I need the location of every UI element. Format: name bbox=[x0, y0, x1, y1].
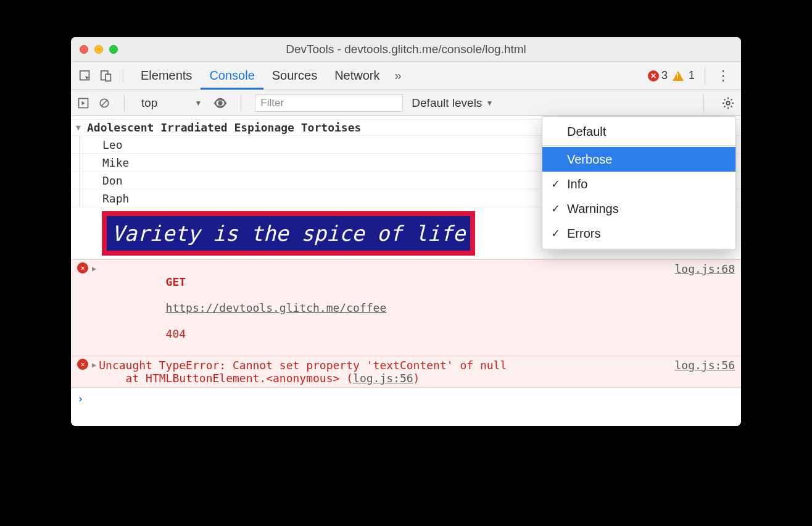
svg-line-5 bbox=[101, 100, 107, 106]
svg-point-8 bbox=[726, 101, 730, 105]
chevron-down-icon: ▼ bbox=[486, 99, 493, 107]
device-toggle-icon[interactable] bbox=[99, 69, 113, 83]
devtools-menu-icon[interactable]: ⋮ bbox=[710, 68, 736, 84]
error-count-badge[interactable]: ✕ 3 bbox=[648, 69, 668, 82]
prompt-chevron-icon: › bbox=[77, 392, 84, 405]
error-message: Uncaught TypeError: Cannot set property … bbox=[99, 359, 668, 385]
source-link[interactable]: log.js:68 bbox=[674, 262, 735, 275]
styled-log-text: Variety is the spice of life bbox=[112, 221, 465, 246]
console-error-row[interactable]: ✕ ▶ Uncaught TypeError: Cannot set prope… bbox=[71, 356, 741, 388]
context-value: top bbox=[141, 96, 157, 110]
chevron-down-icon: ▼ bbox=[194, 99, 202, 107]
window-title: DevTools - devtools.glitch.me/console/lo… bbox=[71, 43, 741, 56]
toggle-sidebar-icon[interactable] bbox=[77, 97, 89, 109]
divider bbox=[703, 94, 704, 112]
console-prompt[interactable]: › bbox=[71, 388, 741, 409]
error-icon: ✕ bbox=[648, 70, 659, 81]
dropdown-item-errors[interactable]: ✓ Errors bbox=[542, 221, 735, 246]
error-message: GET https://devtools.glitch.me/coffee 40… bbox=[99, 262, 668, 353]
dropdown-separator bbox=[542, 145, 735, 146]
live-expression-icon[interactable] bbox=[213, 96, 227, 110]
log-level-selector[interactable]: Default levels ▼ bbox=[412, 96, 493, 110]
traffic-lights bbox=[80, 45, 118, 54]
tab-network[interactable]: Network bbox=[326, 62, 388, 90]
tab-console[interactable]: Console bbox=[201, 62, 263, 90]
more-tabs-icon[interactable]: » bbox=[389, 69, 408, 83]
dropdown-item-info[interactable]: ✓ Info bbox=[542, 172, 735, 196]
dropdown-item-default[interactable]: Default bbox=[542, 119, 735, 144]
devtools-tabbar: Elements Console Sources Network » ✕ 3 1… bbox=[71, 62, 741, 90]
svg-point-6 bbox=[218, 101, 223, 105]
dropdown-item-verbose[interactable]: Verbose bbox=[542, 147, 735, 172]
divider bbox=[241, 94, 241, 112]
console-group-title: Adolescent Irradiated Espionage Tortoise… bbox=[87, 121, 361, 134]
devtools-window: DevTools - devtools.glitch.me/console/lo… bbox=[71, 37, 741, 426]
dropdown-item-warnings[interactable]: ✓ Warnings bbox=[542, 196, 735, 221]
console-error-row[interactable]: ✕ ▶ GET https://devtools.glitch.me/coffe… bbox=[71, 259, 741, 356]
check-icon: ✓ bbox=[551, 177, 567, 191]
inspect-element-icon[interactable] bbox=[78, 69, 92, 83]
context-selector[interactable]: top ▼ bbox=[138, 94, 205, 112]
source-link[interactable]: log.js:56 bbox=[674, 359, 735, 372]
check-icon: ✓ bbox=[551, 227, 567, 240]
error-count: 3 bbox=[661, 69, 668, 82]
check-icon: ✓ bbox=[551, 202, 567, 215]
svg-rect-2 bbox=[106, 74, 110, 81]
tab-elements[interactable]: Elements bbox=[132, 62, 201, 90]
svg-rect-0 bbox=[80, 70, 89, 80]
expand-arrow-icon[interactable]: ▶ bbox=[92, 264, 96, 273]
divider bbox=[705, 67, 705, 85]
styled-log-message: Variety is the spice of life bbox=[102, 211, 475, 256]
minimize-window-button[interactable] bbox=[94, 45, 103, 54]
console-toolbar: top ▼ Filter Default levels ▼ bbox=[71, 90, 741, 116]
warning-count: 1 bbox=[689, 69, 695, 82]
warning-count-badge[interactable]: 1 bbox=[673, 69, 695, 82]
disclosure-triangle-icon[interactable]: ▼ bbox=[76, 123, 85, 132]
filter-input[interactable]: Filter bbox=[255, 94, 403, 112]
log-level-dropdown: Default Verbose ✓ Info ✓ Warnings ✓ Erro… bbox=[542, 116, 736, 250]
error-icon: ✕ bbox=[77, 359, 88, 370]
zoom-window-button[interactable] bbox=[109, 45, 118, 54]
log-level-label: Default levels bbox=[412, 96, 482, 110]
clear-console-icon[interactable] bbox=[98, 97, 110, 109]
close-window-button[interactable] bbox=[80, 45, 88, 54]
divider bbox=[124, 94, 125, 112]
warning-icon bbox=[673, 71, 684, 81]
expand-arrow-icon[interactable]: ▶ bbox=[92, 361, 96, 369]
error-icon: ✕ bbox=[77, 262, 88, 273]
titlebar: DevTools - devtools.glitch.me/console/lo… bbox=[71, 37, 741, 62]
settings-gear-icon[interactable] bbox=[718, 96, 735, 110]
tab-sources[interactable]: Sources bbox=[263, 62, 326, 90]
